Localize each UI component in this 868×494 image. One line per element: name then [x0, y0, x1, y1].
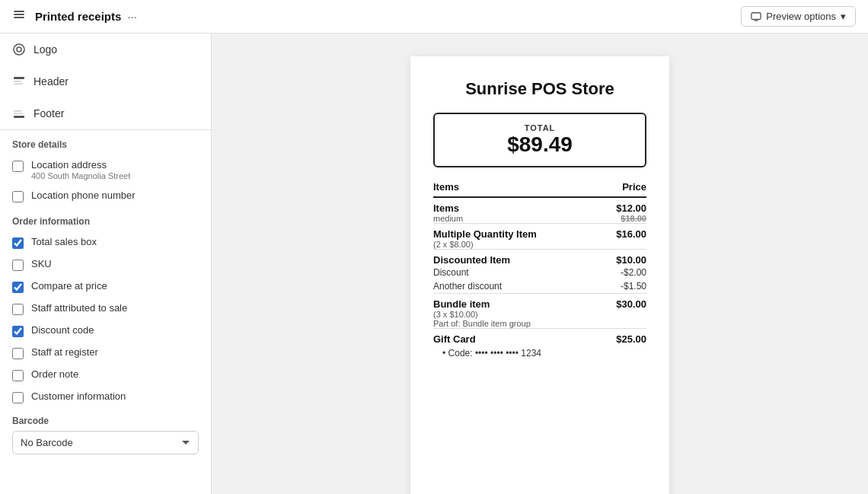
header-icon — [12, 75, 26, 88]
discount-label: Discount — [433, 266, 598, 279]
discount-label: Another discount — [433, 279, 598, 294]
table-header-row: Items Price — [433, 181, 646, 197]
main-content: Logo Header Footer Store details — [0, 33, 868, 494]
receipt-items-table: Items Price Items medium $12.00 $18.00 — [433, 181, 646, 359]
item-price: $25.00 — [598, 329, 646, 346]
discount-row: Discount -$2.00 — [433, 266, 646, 279]
table-row: Gift Card $25.00 — [433, 329, 646, 346]
location-phone-item[interactable]: Location phone number — [0, 185, 211, 207]
svg-rect-3 — [752, 12, 761, 19]
compare-price-checkbox[interactable] — [12, 282, 24, 293]
customer-info-item[interactable]: Customer information — [0, 386, 211, 408]
staff-register-label: Staff at register — [31, 346, 98, 358]
sidebar: Logo Header Footer Store details — [0, 33, 212, 494]
item-price: $10.00 — [598, 250, 646, 266]
sku-checkbox[interactable] — [12, 260, 24, 271]
total-sales-label: Total sales box — [31, 236, 97, 247]
order-note-item[interactable]: Order note — [0, 364, 211, 386]
svg-rect-2 — [14, 17, 24, 18]
total-box: TOTAL $89.49 — [433, 113, 646, 167]
item-sub: medium — [433, 214, 598, 223]
sidebar-item-logo[interactable]: Logo — [0, 33, 211, 65]
order-note-checkbox[interactable] — [12, 370, 24, 381]
discount-code-checkbox[interactable] — [12, 326, 24, 337]
preview-icon — [751, 11, 761, 22]
item-price: $30.00 — [598, 294, 646, 329]
customer-info-checkbox[interactable] — [12, 392, 24, 403]
location-phone-checkbox[interactable] — [12, 191, 24, 202]
table-row: Bundle item (3 x $10.00) Part of: Bundle… — [433, 294, 646, 329]
logo-icon — [12, 43, 26, 56]
sku-label: SKU — [31, 258, 52, 269]
barcode-label: Barcode — [12, 416, 199, 426]
sidebar-item-footer[interactable]: Footer — [0, 97, 211, 129]
location-phone-label: Location phone number — [31, 190, 136, 201]
staff-sale-label: Staff attributed to sale — [31, 302, 127, 314]
item-compare-price: $18.00 — [598, 214, 646, 223]
item-name: Discounted Item — [433, 254, 598, 266]
back-button[interactable] — [12, 8, 26, 25]
item-sub: (3 x $10.00) — [433, 310, 598, 319]
sidebar-item-header[interactable]: Header — [0, 65, 211, 97]
sidebar-footer-label: Footer — [34, 107, 64, 120]
table-row: Multiple Quantity Item (2 x $8.00) $16.0… — [433, 224, 646, 250]
item-name: Bundle item — [433, 298, 598, 310]
total-sales-checkbox[interactable] — [12, 237, 24, 249]
preview-label: Preview options — [766, 11, 836, 22]
item-name: Multiple Quantity Item — [433, 228, 598, 240]
col-price-header: Price — [598, 181, 646, 197]
barcode-select[interactable]: No Barcode Barcode QR Code — [12, 431, 199, 454]
preview-options-button[interactable]: Preview options ▾ — [741, 6, 856, 27]
staff-sale-checkbox[interactable] — [12, 304, 24, 315]
location-address-checkbox[interactable] — [12, 161, 24, 172]
order-note-label: Order note — [31, 368, 78, 380]
svg-rect-1 — [14, 14, 24, 15]
sidebar-nav: Logo Header Footer — [0, 33, 211, 130]
more-button[interactable]: ··· — [127, 10, 137, 23]
svg-rect-8 — [14, 81, 21, 82]
svg-rect-0 — [14, 11, 24, 12]
preview-area: Sunrise POS Store TOTAL $89.49 Items Pri… — [212, 33, 868, 494]
store-details-label: Store details — [0, 130, 211, 155]
gift-code-row: • Code: •••• •••• •••• 1234 — [433, 345, 646, 359]
svg-rect-9 — [14, 84, 23, 85]
svg-rect-12 — [14, 113, 23, 115]
col-items-header: Items — [433, 181, 598, 197]
footer-icon — [12, 107, 26, 120]
topbar: Printed receipts ··· Preview options ▾ — [0, 0, 868, 33]
svg-rect-4 — [755, 20, 758, 21]
svg-rect-7 — [14, 77, 24, 79]
item-price: $12.00 — [598, 202, 646, 214]
svg-point-6 — [17, 47, 21, 52]
staff-register-checkbox[interactable] — [12, 348, 24, 359]
preview-chevron-icon: ▾ — [841, 11, 846, 22]
svg-point-5 — [14, 44, 24, 55]
discount-code-label: Discount code — [31, 324, 94, 336]
staff-sale-item[interactable]: Staff attributed to sale — [0, 298, 211, 320]
sku-item[interactable]: SKU — [0, 253, 211, 276]
table-row: Items medium $12.00 $18.00 — [433, 197, 646, 224]
gift-code: • Code: •••• •••• •••• 1234 — [433, 345, 646, 359]
page-title: Printed receipts — [35, 10, 121, 23]
discount-row: Another discount -$1.50 — [433, 279, 646, 294]
staff-register-item[interactable]: Staff at register — [0, 342, 211, 364]
location-address-sub: 400 South Magnolia Street — [31, 171, 130, 180]
discount-amount: -$1.50 — [598, 279, 646, 294]
receipt-card: Sunrise POS Store TOTAL $89.49 Items Pri… — [410, 56, 669, 494]
item-name: Gift Card — [433, 333, 598, 345]
customer-info-label: Customer information — [31, 390, 126, 402]
table-row: Discounted Item $10.00 — [433, 250, 646, 266]
total-label: TOTAL — [442, 123, 637, 132]
store-name: Sunrise POS Store — [433, 79, 646, 99]
svg-rect-11 — [14, 110, 21, 112]
location-address-item[interactable]: Location address 400 South Magnolia Stre… — [0, 155, 211, 185]
item-sub: (2 x $8.00) — [433, 240, 598, 249]
svg-rect-10 — [14, 116, 24, 118]
barcode-section: Barcode No Barcode Barcode QR Code — [0, 408, 211, 464]
sidebar-logo-label: Logo — [34, 43, 57, 56]
compare-price-item[interactable]: Compare at price — [0, 276, 211, 298]
total-amount: $89.49 — [442, 132, 637, 157]
discount-amount: -$2.00 — [598, 266, 646, 279]
discount-code-item[interactable]: Discount code — [0, 320, 211, 342]
total-sales-item[interactable]: Total sales box — [0, 231, 211, 253]
